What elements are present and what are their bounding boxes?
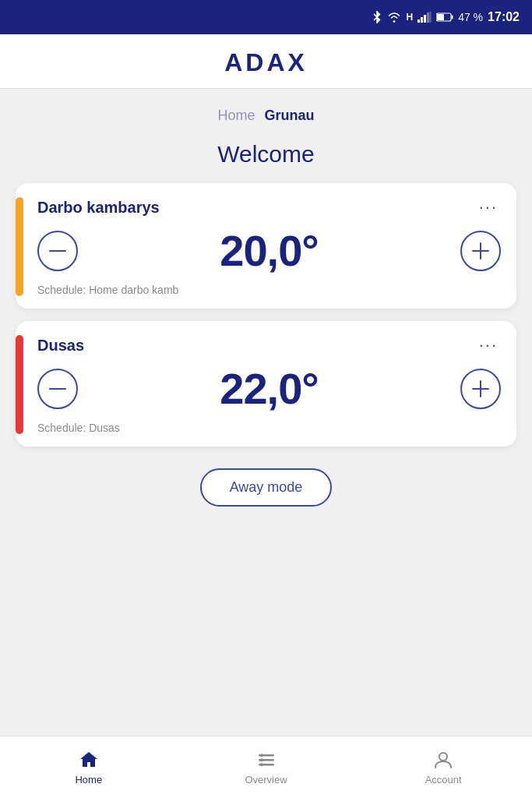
overview-nav-icon xyxy=(255,749,277,771)
svg-rect-10 xyxy=(480,242,481,260)
svg-rect-8 xyxy=(49,250,66,252)
nav-item-home[interactable]: Home xyxy=(0,749,178,786)
nav-item-overview[interactable]: Overview xyxy=(178,749,355,786)
network-type: H xyxy=(406,12,413,23)
schedule-dusas: Schedule: Dusas xyxy=(37,422,501,434)
svg-point-17 xyxy=(260,754,263,757)
cards-container: Darbo kambarys ··· 20,0° Schedule: Home … xyxy=(0,183,532,447)
decrease-temp-dusas[interactable] xyxy=(37,369,78,409)
card-accent-darbo xyxy=(16,197,23,296)
increase-temp-darbo[interactable] xyxy=(460,231,501,271)
clock: 17:02 xyxy=(488,10,520,24)
app-logo: ADAX xyxy=(0,48,532,77)
welcome-title: Welcome xyxy=(0,130,532,183)
battery-percent: 47 % xyxy=(458,11,483,23)
device-name-darbo: Darbo kambarys xyxy=(37,199,160,217)
nav-label-home: Home xyxy=(75,774,102,786)
nav-label-overview: Overview xyxy=(245,774,287,786)
svg-rect-2 xyxy=(424,15,426,23)
svg-rect-11 xyxy=(49,388,66,390)
decrease-temp-darbo[interactable] xyxy=(37,231,78,271)
app-header: ADAX xyxy=(0,34,532,89)
svg-point-19 xyxy=(260,763,263,766)
device-name-dusas: Dusas xyxy=(37,337,84,355)
device-menu-dusas[interactable]: ··· xyxy=(476,335,501,355)
nav-item-account[interactable]: Account xyxy=(354,749,532,786)
status-icons: H 47 % 17:02 xyxy=(372,10,520,24)
device-menu-darbo[interactable]: ··· xyxy=(476,197,501,217)
away-mode-button[interactable]: Away mode xyxy=(200,468,333,507)
status-bar: H 47 % 17:02 xyxy=(0,0,532,34)
wifi-icon xyxy=(387,12,401,23)
svg-rect-1 xyxy=(421,17,423,23)
device-card-darbo: Darbo kambarys ··· 20,0° Schedule: Home … xyxy=(16,183,516,309)
card-header-row-dusas: Dusas ··· xyxy=(37,335,501,355)
svg-rect-0 xyxy=(417,19,420,23)
svg-point-18 xyxy=(260,758,263,761)
svg-point-20 xyxy=(439,753,447,761)
svg-rect-13 xyxy=(480,380,481,397)
card-body-dusas: Dusas ··· 22,0° Schedule: Dusas xyxy=(37,335,501,434)
home-nav-icon xyxy=(78,749,100,771)
breadcrumb-location[interactable]: Grunau xyxy=(265,108,315,124)
device-card-dusas: Dusas ··· 22,0° Schedule: Dusas xyxy=(16,321,516,447)
nav-label-account: Account xyxy=(425,774,462,786)
account-nav-icon xyxy=(432,749,454,771)
increase-temp-dusas[interactable] xyxy=(460,369,501,409)
card-body-darbo: Darbo kambarys ··· 20,0° Schedule: Home … xyxy=(37,197,501,296)
svg-rect-3 xyxy=(427,12,429,23)
breadcrumb: Home Grunau xyxy=(0,89,532,130)
breadcrumb-home[interactable]: Home xyxy=(217,108,255,124)
card-header-row-darbo: Darbo kambarys ··· xyxy=(37,197,501,217)
card-accent-dusas xyxy=(16,335,23,434)
bottom-nav: Home Overview Account xyxy=(0,736,532,798)
svg-rect-7 xyxy=(452,16,453,19)
schedule-darbo: Schedule: Home darbo kamb xyxy=(37,284,501,296)
signal-icon xyxy=(417,12,432,23)
temperature-dusas: 22,0° xyxy=(220,363,318,414)
temperature-darbo: 20,0° xyxy=(220,225,318,276)
card-controls-dusas: 22,0° xyxy=(37,360,501,417)
svg-rect-4 xyxy=(430,12,432,23)
svg-rect-6 xyxy=(437,14,444,20)
away-mode-container: Away mode xyxy=(0,447,532,522)
bluetooth-icon xyxy=(372,10,382,24)
battery-icon xyxy=(436,12,453,22)
main-content: Home Grunau Welcome Darbo kambarys ··· 2… xyxy=(0,89,532,798)
card-controls-darbo: 20,0° xyxy=(37,222,501,279)
